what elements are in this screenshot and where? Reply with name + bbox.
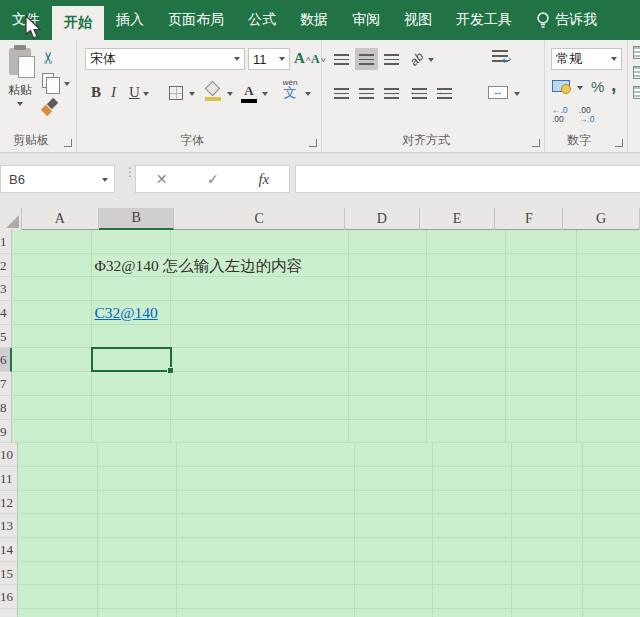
row-header-14[interactable]: 14 [0,538,18,562]
percent-style-button[interactable]: % [591,78,604,95]
font-dialog-launcher-icon[interactable] [309,139,317,147]
cell-G1[interactable] [577,230,640,254]
alignment-dialog-launcher-icon[interactable] [532,139,540,147]
column-header-D[interactable]: D [345,208,420,230]
cell-G7[interactable] [577,372,640,396]
italic-button[interactable]: I [111,84,116,101]
name-box[interactable]: B6 [0,165,115,193]
accounting-format-button[interactable] [552,80,570,92]
bold-button[interactable]: B [91,84,101,101]
cell-G6[interactable] [577,348,640,372]
cell-G5[interactable] [577,325,640,349]
cell-F7[interactable] [506,372,577,396]
cell-F13[interactable] [512,514,583,538]
cell-C13[interactable] [177,514,355,538]
clipboard-dialog-launcher-icon[interactable] [64,139,72,147]
cell-D7[interactable] [349,372,427,396]
font-size-dropdown-arrow[interactable] [279,57,285,61]
decrease-indent-button[interactable]: ← [408,82,431,104]
phonetic-dropdown-arrow[interactable] [305,92,311,96]
cell-F17[interactable] [512,609,583,617]
tab-page-layout[interactable]: 页面布局 [156,0,236,40]
cell-C1[interactable] [171,230,349,254]
font-name-combobox[interactable]: 宋体 [85,48,245,70]
cell-F8[interactable] [506,396,577,420]
formula-input[interactable] [295,165,640,193]
copy-dropdown-arrow[interactable] [64,82,70,86]
cell-D6[interactable] [349,348,427,372]
cell-C14[interactable] [177,538,355,562]
number-dialog-launcher-icon[interactable] [615,139,623,147]
underline-button[interactable]: U [129,84,140,101]
cell-B16[interactable] [98,585,177,609]
cell-F1[interactable] [506,230,577,254]
cell-G4[interactable] [577,301,640,325]
cell-E7[interactable] [427,372,506,396]
cell-G10[interactable] [583,443,640,467]
decrease-decimal-button[interactable]: .00 →.0 [579,106,595,124]
font-color-dropdown-arrow[interactable] [262,92,268,96]
column-header-A[interactable]: A [22,208,99,230]
cell-C17[interactable] [177,609,355,617]
accounting-dropdown-arrow[interactable] [577,86,583,90]
fill-color-button[interactable] [205,82,221,98]
cell-A2[interactable] [12,254,92,278]
orientation-dropdown-arrow[interactable] [428,58,434,62]
row-header-8[interactable]: 8 [0,396,12,420]
cell-F6[interactable] [506,348,577,372]
cut-button[interactable]: ✂ [42,48,55,67]
cell-F4[interactable] [506,301,577,325]
row-header-5[interactable]: 5 [0,325,12,349]
copy-button[interactable] [42,73,54,88]
font-name-dropdown-arrow[interactable] [234,57,240,61]
cell-G11[interactable] [583,467,640,491]
row-header-1[interactable]: 1 [0,230,12,254]
formula-bar-resize-dots[interactable]: ⋮ [124,169,128,189]
cell-B9[interactable] [92,420,171,444]
cell-C6[interactable] [171,348,349,372]
comma-style-button[interactable]: , [611,74,616,96]
increase-font-size-button[interactable]: A [294,50,311,67]
increase-decimal-button[interactable]: ←.0 .00 [552,106,568,124]
row-header-3[interactable]: 3 [0,277,12,301]
cell-A3[interactable] [12,277,92,301]
cell-C10[interactable] [177,443,355,467]
cell-E8[interactable] [427,396,506,420]
tab-developer[interactable]: 开发工具 [444,0,524,40]
cell-C8[interactable] [171,396,349,420]
column-header-C[interactable]: C [174,208,344,230]
cell-F5[interactable] [506,325,577,349]
merge-dropdown-arrow[interactable] [514,92,520,96]
tab-review[interactable]: 审阅 [340,0,392,40]
row-header-4[interactable]: 4 [0,301,12,325]
cell-A13[interactable] [18,514,98,538]
cell-D12[interactable] [355,491,433,515]
cell-C4[interactable] [171,301,349,325]
cell-A10[interactable] [18,443,98,467]
cell-F16[interactable] [512,585,583,609]
number-format-dropdown-arrow[interactable] [611,57,617,61]
cell-E17[interactable] [433,609,512,617]
row-header-15[interactable]: 15 [0,562,18,586]
cell-A14[interactable] [18,538,98,562]
align-right-button[interactable] [380,82,403,104]
cell-G16[interactable] [583,585,640,609]
cell-E11[interactable] [433,467,512,491]
tab-view[interactable]: 视图 [392,0,444,40]
increase-indent-button[interactable]: → [433,82,456,104]
middle-align-button[interactable] [355,48,378,70]
cell-F10[interactable] [512,443,583,467]
cell-A12[interactable] [18,491,98,515]
cell-F14[interactable] [512,538,583,562]
borders-dropdown-arrow[interactable] [189,92,195,96]
cell-A4[interactable] [12,301,92,325]
cell-D14[interactable] [355,538,433,562]
align-center-button[interactable] [355,82,378,104]
cell-C11[interactable] [177,467,355,491]
conditional-formatting-icon-partial[interactable] [633,46,640,59]
row-header-17[interactable]: 17 [0,609,18,617]
row-header-10[interactable]: 10 [0,443,18,467]
cell-B15[interactable] [98,562,177,586]
row-header-16[interactable]: 16 [0,585,18,609]
cell-E12[interactable] [433,491,512,515]
